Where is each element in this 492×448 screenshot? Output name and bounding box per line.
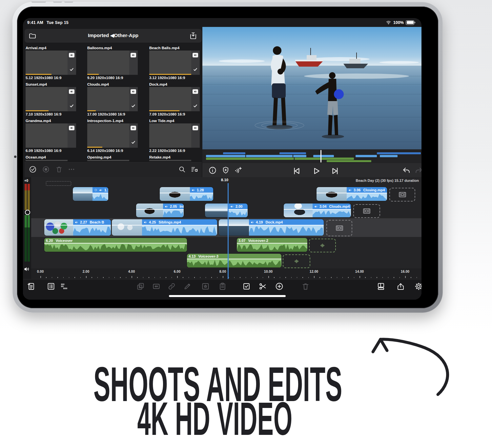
home-indicator[interactable]	[169, 295, 286, 297]
selected-check-icon	[69, 103, 74, 110]
overview-segment	[206, 155, 245, 157]
ruler-tick	[109, 277, 110, 278]
undo-button[interactable]	[402, 166, 411, 175]
ruler-tick	[308, 277, 309, 278]
speaker-icon	[165, 205, 168, 208]
battery-icon	[406, 20, 414, 25]
clip-divider-line	[112, 225, 217, 225]
share-button[interactable]	[396, 282, 405, 291]
clip-waveform-area	[313, 209, 351, 217]
overview-playhead[interactable]	[320, 150, 321, 162]
timeline-ruler[interactable]: 0.002.004.006.008.0010.0012.0014.0016.00	[31, 268, 421, 279]
video-placeholder	[326, 220, 352, 236]
media-clip-tile[interactable]: Arrival.mp45.12 1920x1080 16:9	[26, 46, 77, 80]
timeline-overview-scrubber[interactable]	[202, 149, 421, 163]
ruler-label: 4.00	[128, 269, 135, 273]
media-clip-tile[interactable]: Ocean.mp4	[26, 155, 77, 161]
ruler-label: 14.00	[355, 269, 364, 273]
panel-layout-button[interactable]	[377, 282, 385, 291]
clip-label-band: 6.20Voiceover	[44, 238, 187, 243]
timeline-clip-int[interactable]: 2.05Int	[136, 203, 184, 217]
search-icon[interactable]	[178, 165, 186, 173]
timeline-clip-voiceover-2[interactable]: 3.07Voiceover-2	[237, 238, 307, 252]
settings-gear-button[interactable]	[414, 282, 421, 291]
ruler-tick	[263, 277, 263, 278]
timeline-clip-1-28[interactable]: 1.28	[160, 187, 213, 201]
timeline-clip-2-00[interactable]: 2.00	[205, 203, 248, 217]
media-clip-tile[interactable]: Dock.mp47.09 1920x1080 16:9	[149, 82, 201, 116]
media-clip-tile[interactable]: Grandma.mp46.09 1920x1080 16:9	[26, 119, 77, 153]
media-clip-tile[interactable]: Opening.mp4	[87, 155, 139, 161]
media-clip-tile[interactable]: Low Tide.mp42.22 1920x1080 16:9	[149, 119, 201, 153]
add-project-button[interactable]	[27, 282, 36, 291]
skip-back-button[interactable]	[292, 166, 301, 176]
audio-meter-left	[25, 184, 27, 262]
import-icon[interactable]	[189, 32, 197, 41]
clip-label-band: 1.28	[190, 187, 213, 193]
audio-add-button[interactable]	[234, 166, 242, 175]
info-button[interactable]	[208, 166, 217, 175]
timeline-clip-beach-b[interactable]: 2.27Beach B	[44, 219, 111, 236]
wifi-icon	[386, 20, 391, 25]
ruler-tick	[69, 277, 70, 278]
timeline-clip-siblings-mp4[interactable]: 4.25Siblings.mp4	[112, 219, 217, 236]
scissors-button[interactable]	[258, 282, 267, 291]
preview-video-frame[interactable]	[202, 27, 421, 149]
clip-name: Sunset.mp4	[26, 82, 77, 87]
project-list-button[interactable]	[47, 282, 55, 291]
ruler-tick	[74, 277, 75, 278]
clip-waveform-area	[92, 193, 108, 201]
clip-metadata: 2.22 1920x1080 16:9	[149, 149, 201, 153]
clip-label-band: 2.05Int	[163, 203, 184, 209]
timeline-clip-oper[interactable]: 1.19Oper	[73, 187, 108, 201]
skip-forward-button[interactable]	[330, 166, 340, 176]
play-button[interactable]	[311, 166, 321, 176]
media-clip-tile[interactable]: Introspection-1.mp46.14 1920x1080 16:9	[87, 119, 139, 153]
timeline-playhead[interactable]	[228, 183, 229, 279]
skip-back-icon	[292, 166, 301, 176]
overview-segment	[356, 155, 377, 157]
gain-label: +0	[24, 179, 28, 182]
ruler-label: 0.00	[37, 269, 44, 273]
preview-controls	[202, 163, 421, 177]
media-clip-tile[interactable]: Beach Balls.mp43.12 1920x1080 16:9	[149, 46, 201, 80]
add-circle-button[interactable]	[275, 282, 284, 291]
clip-label-band: 4.19Dock.mp4	[249, 219, 324, 225]
clip-metadata: 7.10 1920x1080 16:9	[26, 112, 77, 116]
media-clip-tile[interactable]: Retake.mp4	[149, 155, 201, 161]
track-layout-icon	[60, 282, 69, 291]
speaker-icon	[194, 53, 197, 57]
check-icon	[193, 103, 198, 108]
clip-name: Int	[179, 204, 184, 208]
shield-add-button[interactable]	[221, 166, 230, 175]
overview-segment	[279, 152, 306, 154]
overview-segment	[327, 160, 371, 162]
timeline-clip-voiceover[interactable]: 6.20Voiceover	[44, 238, 187, 252]
timeline-clip-voiceover-3[interactable]: 4.13Voiceover-3	[187, 254, 281, 267]
multi-select-button[interactable]	[242, 282, 251, 291]
clip-thumbnail	[219, 219, 249, 236]
add-project-icon	[27, 282, 36, 291]
track-layout-button[interactable]	[60, 282, 69, 291]
ruler-tick	[411, 277, 411, 278]
sort-alpha-icon[interactable]	[191, 165, 198, 173]
clock: 9:41 AM	[27, 20, 43, 25]
timeline-clip-dock-mp4[interactable]: 4.19Dock.mp4	[219, 219, 324, 236]
ruler-tick	[137, 277, 138, 278]
gain-knob[interactable]	[25, 210, 30, 215]
waveform	[73, 225, 111, 236]
timeline-clip-clouds-mp4[interactable]: 3.04Clouds.mp4	[284, 203, 351, 217]
clipboard-icon	[218, 282, 227, 291]
media-clip-tile[interactable]: Sunset.mp47.10 1920x1080 16:9	[26, 82, 77, 116]
media-clip-tile[interactable]: Balloons.mp49.20 1920x1080 16:9	[87, 46, 139, 80]
selected-check-icon	[131, 103, 136, 110]
speaker-icon	[132, 126, 135, 130]
timeline-clip-closing-mp4[interactable]: 3.06Closing.mp4	[317, 187, 387, 201]
trash-button	[301, 282, 310, 291]
speaker-icon	[132, 90, 135, 93]
speaker-icon	[251, 221, 254, 224]
select-circle-icon[interactable]	[29, 165, 37, 173]
library-title[interactable]: Imported ◀Other-App	[25, 32, 202, 38]
speaker-icon[interactable]	[24, 266, 30, 272]
media-clip-tile[interactable]: Clouds.mp417.00 1920x1080 16:9	[87, 82, 139, 116]
